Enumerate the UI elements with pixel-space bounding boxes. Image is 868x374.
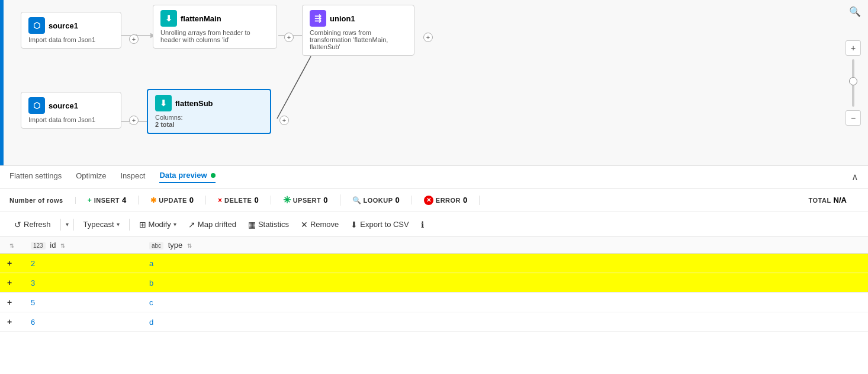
svg-line-3 <box>277 56 311 119</box>
refresh-chevron[interactable]: ▾ <box>66 221 69 228</box>
plus-source1-bottom[interactable]: + <box>129 116 139 125</box>
info-button[interactable]: ℹ <box>416 218 429 232</box>
zoom-out-button[interactable]: − <box>846 110 861 126</box>
pipeline-canvas: › › › ⬡ source1 Import data from Json1 +… <box>0 0 868 166</box>
zoom-in-button[interactable]: + <box>846 40 861 56</box>
node-title: ⇶ union1 <box>310 10 407 27</box>
col-header-id[interactable]: 123 id ⇅ <box>24 237 142 254</box>
node-union1[interactable]: ⇶ union1 Combining rows from transformat… <box>302 5 414 56</box>
tab-optimize[interactable]: Optimize <box>76 171 106 183</box>
toolbar-separator-1 <box>60 219 61 231</box>
collapse-handle[interactable]: — <box>435 161 447 166</box>
col-header-action: ⇅ <box>0 237 24 254</box>
row-action-cell: + <box>0 254 24 273</box>
node-title: ⬡ source1 <box>28 97 114 114</box>
node-title: ⬇ flattenSub <box>155 95 263 111</box>
modify-button[interactable]: ⊞ Modify ▾ <box>134 218 181 232</box>
panel-collapse-button[interactable]: ∧ <box>851 171 859 183</box>
row-type-cell: a <box>142 254 868 273</box>
map-drifted-button[interactable]: ↗ Map drifted <box>184 218 241 232</box>
plus-flattenMain[interactable]: + <box>284 33 294 42</box>
tab-inspect[interactable]: Inspect <box>120 171 145 183</box>
toolbar-separator-2 <box>73 219 74 231</box>
stat-rows: Number of rows <box>9 197 76 204</box>
table-row: +5c <box>0 293 868 312</box>
row-id-cell: 6 <box>24 312 142 332</box>
connections-svg: › › › <box>0 0 868 165</box>
source-icon-2: ⬡ <box>28 97 45 114</box>
stat-lookup: 🔍 LOOKUP 0 <box>340 196 412 204</box>
canvas-controls: + − <box>846 40 861 126</box>
table-row: +2a <box>0 254 868 273</box>
row-action-cell: + <box>0 273 24 293</box>
data-table: ⇅ 123 id ⇅ abc type ⇅ +2a+3b+5c+6d <box>0 237 868 332</box>
tabs-bar: Flatten settings Optimize Inspect Data p… <box>0 166 868 188</box>
col-header-type[interactable]: abc type ⇅ <box>142 237 868 254</box>
plus-union1[interactable]: + <box>423 33 433 42</box>
node-title: ⬡ source1 <box>28 17 114 34</box>
error-icon: ✕ <box>424 196 433 205</box>
remove-button[interactable]: ✕ Remove <box>296 218 343 232</box>
node-title: ⬇ flattenMain <box>160 10 269 27</box>
row-type-cell: d <box>142 312 868 332</box>
source-icon: ⬡ <box>28 17 45 34</box>
row-id-cell: 3 <box>24 273 142 293</box>
stat-upsert: ✳ UPSERT 0 <box>271 194 340 206</box>
union-icon: ⇶ <box>310 10 326 27</box>
row-id-cell: 2 <box>24 254 142 273</box>
row-type-cell: b <box>142 273 868 293</box>
plus-flattenSub[interactable]: + <box>279 116 289 125</box>
left-accent-bar <box>0 0 4 165</box>
stat-error: ✕ ERROR 0 <box>412 196 480 205</box>
refresh-button[interactable]: ↺ Refresh <box>9 218 56 232</box>
data-toolbar: ↺ Refresh ▾ Typecast ▾ ⊞ Modify ▾ ↗ Map … <box>0 212 868 237</box>
search-button[interactable]: 🔍 <box>849 6 861 17</box>
data-preview-dot <box>211 173 216 178</box>
stat-insert: + INSERT 4 <box>76 196 139 204</box>
plus-source1-top[interactable]: + <box>129 34 139 44</box>
table-row: +6d <box>0 312 868 332</box>
zoom-thumb[interactable] <box>849 77 857 85</box>
node-flattenMain[interactable]: ⬇ flattenMain Unrolling arrays from head… <box>153 5 277 49</box>
tab-flatten-settings[interactable]: Flatten settings <box>9 171 62 183</box>
node-flattenSub[interactable]: ⬇ flattenSub Columns:2 total <box>147 89 271 134</box>
data-table-container: ⇅ 123 id ⇅ abc type ⇅ +2a+3b+5c+6d <box>0 237 868 356</box>
stat-delete: × DELETE 0 <box>206 196 271 204</box>
zoom-slider[interactable] <box>852 59 854 107</box>
row-action-cell: + <box>0 312 24 332</box>
flatten-icon: ⬇ <box>160 10 177 27</box>
stats-bar: Number of rows + INSERT 4 ✱ UPDATE 0 × D… <box>0 188 868 212</box>
typecast-button[interactable]: Typecast ▾ <box>79 218 124 231</box>
node-source1-top[interactable]: ⬡ source1 Import data from Json1 <box>21 12 121 49</box>
toolbar-separator-3 <box>129 219 130 231</box>
node-source1-bottom[interactable]: ⬡ source1 Import data from Json1 <box>21 92 121 129</box>
table-row: +3b <box>0 273 868 293</box>
statistics-button[interactable]: ▦ Statistics <box>243 218 294 232</box>
row-action-cell: + <box>0 293 24 312</box>
export-csv-button[interactable]: ⬇ Export to CSV <box>346 218 413 232</box>
stat-update: ✱ UPDATE 0 <box>139 196 206 204</box>
row-type-cell: c <box>142 293 868 312</box>
flatten-sub-icon: ⬇ <box>155 95 172 111</box>
row-id-cell: 5 <box>24 293 142 312</box>
tab-data-preview[interactable]: Data preview <box>159 171 215 183</box>
stat-total: TOTAL N/A <box>796 196 859 204</box>
